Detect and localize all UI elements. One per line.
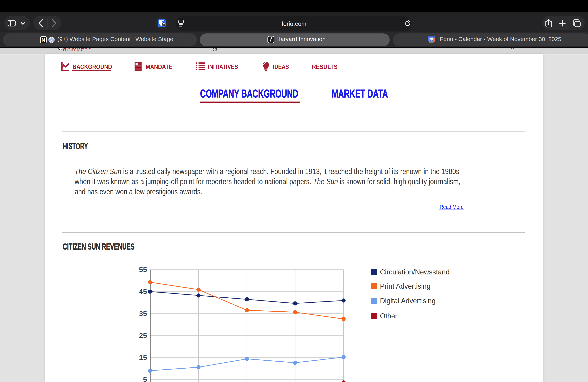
svg-text:45: 45 xyxy=(139,288,147,296)
svg-text:Circulation/Newsstand: Circulation/Newsstand xyxy=(380,268,450,276)
svg-text:Digital Advertising: Digital Advertising xyxy=(380,297,436,305)
svg-text:g: g xyxy=(212,48,217,51)
svg-text:INITIATIVES: INITIATIVES xyxy=(208,63,238,70)
svg-text:25: 25 xyxy=(139,332,147,340)
svg-text:CITIZEN SUN REVENUES: CITIZEN SUN REVENUES xyxy=(63,242,135,251)
svg-text:N: N xyxy=(42,37,45,43)
svg-text:RESULTS: RESULTS xyxy=(312,63,337,70)
svg-text:Other: Other xyxy=(380,312,398,320)
svg-text:COMPANY BACKGROUND: COMPANY BACKGROUND xyxy=(200,87,298,100)
svg-text:Print Advertising: Print Advertising xyxy=(380,282,431,290)
svg-text:IDEAS: IDEAS xyxy=(273,63,289,70)
svg-text:BACKGROUND: BACKGROUND xyxy=(73,63,112,70)
svg-text:5: 5 xyxy=(143,376,147,382)
svg-text:Read More: Read More xyxy=(440,204,463,210)
svg-text:31: 31 xyxy=(430,38,433,41)
svg-text:g: g xyxy=(511,48,514,49)
svg-text:HISTORY: HISTORY xyxy=(63,141,88,151)
svg-text:55: 55 xyxy=(139,266,147,274)
svg-text:15: 15 xyxy=(139,354,147,361)
svg-text:PUBLISHING: PUBLISHING xyxy=(63,48,82,52)
svg-text:MANDATE: MANDATE xyxy=(146,63,172,70)
svg-text:MARKET DATA: MARKET DATA xyxy=(332,87,388,100)
svg-text:35: 35 xyxy=(139,310,147,318)
